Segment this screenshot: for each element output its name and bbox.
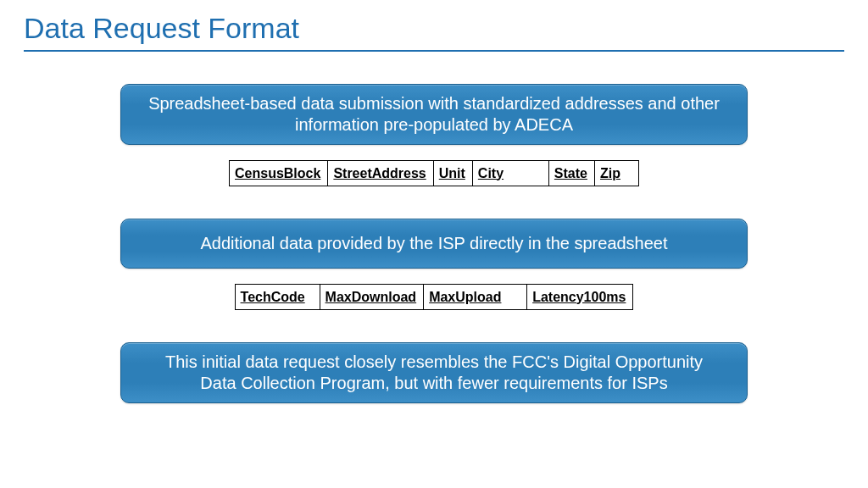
col-header: StreetAddress [328, 161, 433, 186]
table-row: CensusBlock StreetAddress Unit City Stat… [230, 161, 639, 186]
col-header: Latency100ms [527, 285, 633, 310]
adeca-columns-table: CensusBlock StreetAddress Unit City Stat… [229, 160, 639, 186]
col-header: State [548, 161, 594, 186]
col-header: TechCode [235, 285, 320, 310]
col-header: CensusBlock [230, 161, 328, 186]
col-header: Zip [594, 161, 638, 186]
col-header: Unit [433, 161, 472, 186]
callout-isp-provided: Additional data provided by the ISP dire… [120, 219, 748, 269]
callout-adeca-prepopulated: Spreadsheet-based data submission with s… [120, 84, 748, 145]
col-header: MaxUpload [424, 285, 527, 310]
isp-columns-table: TechCode MaxDownload MaxUpload Latency10… [235, 284, 634, 310]
callout-fcc-comparison: This initial data request closely resemb… [120, 342, 748, 403]
slide-title: Data Request Format [0, 0, 868, 50]
table-row: TechCode MaxDownload MaxUpload Latency10… [235, 285, 633, 310]
col-header: City [472, 161, 548, 186]
col-header: MaxDownload [320, 285, 424, 310]
slide-content: Spreadsheet-based data submission with s… [0, 52, 868, 403]
